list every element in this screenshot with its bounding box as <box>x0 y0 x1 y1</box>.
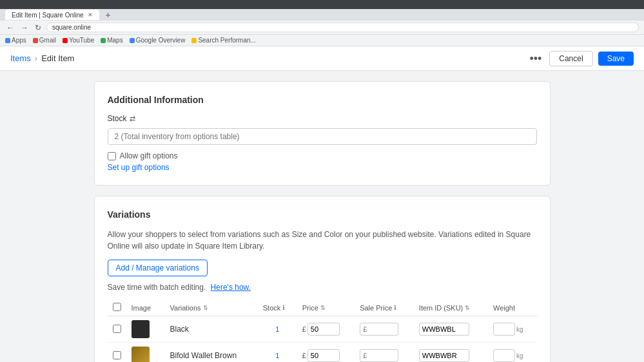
weight-input-1[interactable] <box>493 349 515 362</box>
browser-tab[interactable]: Edit Item | Square Online ✕ <box>5 10 99 20</box>
gift-options-row: Allow gift options <box>108 151 537 160</box>
app-header: Items › Edit Item ••• Cancel Save <box>0 46 644 71</box>
row-variation-cell-1: Bifold Wallet Brown <box>165 343 258 363</box>
tab-title: Edit Item | Square Online <box>12 12 84 19</box>
stock-info-icon: ℹ <box>282 304 285 311</box>
page-title: Edit Item <box>41 53 74 63</box>
tab-close-icon[interactable]: ✕ <box>88 12 93 18</box>
items-breadcrumb-link[interactable]: Items <box>10 53 31 63</box>
price-sort-icon[interactable]: ⇅ <box>320 305 326 311</box>
row-sku-cell-1 <box>414 343 488 363</box>
row-price-cell-1: £ <box>297 343 355 363</box>
additional-info-section: Additional Information Stock ⇄ Allow gif… <box>94 81 551 186</box>
price-currency-0: £ <box>302 325 306 333</box>
header-actions: ••• Cancel Save <box>527 51 634 66</box>
variations-title: Variations <box>108 209 537 220</box>
row-image-cell-1 <box>126 343 165 363</box>
sku-input-1[interactable] <box>419 349 469 362</box>
bookmark-gmail-label: Gmail <box>39 37 56 44</box>
sale-price-info-icon: ℹ <box>394 304 396 311</box>
col-weight: Weight <box>488 300 537 316</box>
variations-section: Variations Allow your shoppers to select… <box>94 196 551 362</box>
refresh-button[interactable]: ↻ <box>34 23 43 32</box>
price-input-0[interactable] <box>307 323 340 336</box>
row-sale-price-cell-1 <box>355 343 414 363</box>
gift-options-checkbox[interactable] <box>108 152 116 160</box>
stock-label: Stock ⇄ <box>108 114 537 123</box>
variations-description: Allow your shoppers to select from varia… <box>108 229 537 252</box>
variation-name-0: Black <box>170 325 189 334</box>
row-checkbox-cell-1 <box>108 343 126 363</box>
gift-options-label: Allow gift options <box>120 151 178 160</box>
col-sale-price: Sale Price ℹ <box>355 300 414 316</box>
col-checkbox <box>108 300 126 316</box>
bookmark-maps-label: Maps <box>107 37 122 44</box>
row-checkbox-cell-0 <box>108 316 126 343</box>
bookmark-maps[interactable]: Maps <box>101 37 122 44</box>
table-row: Black 1 £ kg <box>108 316 537 343</box>
row-weight-cell-1: kg <box>488 343 537 363</box>
col-image: Image <box>126 300 165 316</box>
stock-link-1[interactable]: 1 <box>275 352 279 359</box>
sale-price-input-0[interactable] <box>360 323 398 336</box>
weight-unit-1: kg <box>516 352 523 359</box>
col-sku: Item ID (SKU) ⇅ <box>414 300 488 316</box>
bookmark-google-overview[interactable]: Google Overview <box>130 37 186 44</box>
row-checkbox-1[interactable] <box>113 351 121 359</box>
stock-link-0[interactable]: 1 <box>275 325 279 333</box>
row-variation-cell-0: Black <box>165 316 258 343</box>
row-sku-cell-0 <box>414 316 488 343</box>
browser-tabs: Edit Item | Square Online ✕ + <box>0 9 644 21</box>
batch-hint-link[interactable]: Here's how. <box>211 283 251 292</box>
breadcrumb-separator: › <box>35 53 37 63</box>
bookmark-search-perf-label: Search Performan... <box>198 37 255 44</box>
variation-thumb-0 <box>132 320 150 338</box>
variations-sort-icon[interactable]: ⇅ <box>203 305 208 311</box>
url-text: square.online <box>52 24 91 31</box>
row-stock-cell-1: 1 <box>258 343 297 363</box>
price-currency-1: £ <box>302 352 306 359</box>
variation-name-1: Bifold Wallet Brown <box>170 351 237 360</box>
row-stock-cell-0: 1 <box>258 316 297 343</box>
bookmark-apps[interactable]: Apps <box>5 37 26 44</box>
back-button[interactable]: ← <box>5 23 15 32</box>
col-price: Price ⇅ <box>297 300 355 316</box>
variations-table: Image Variations ⇅ Stock ℹ <box>108 300 537 362</box>
bookmark-search-perf[interactable]: Search Performan... <box>191 37 255 44</box>
forward-button[interactable]: → <box>19 23 30 32</box>
bookmark-google-overview-label: Google Overview <box>136 37 186 44</box>
new-tab-button[interactable]: + <box>102 8 115 21</box>
weight-input-0[interactable] <box>493 323 515 336</box>
row-sale-price-cell-0 <box>355 316 414 343</box>
variation-thumb-1 <box>132 347 150 362</box>
stock-sync-icon: ⇄ <box>130 115 135 123</box>
weight-unit-0: kg <box>516 326 523 333</box>
main-content: Additional Information Stock ⇄ Allow gif… <box>84 71 561 362</box>
manage-variations-button[interactable]: Add / Manage variations <box>108 260 208 276</box>
price-input-1[interactable] <box>307 349 340 362</box>
browser-chrome <box>0 0 644 9</box>
browser-toolbar: ← → ↻ square.online <box>0 21 644 35</box>
bookmarks-bar: Apps Gmail YouTube Maps Google Overview … <box>0 35 644 46</box>
batch-hint: Save time with batch editing. Here's how… <box>108 283 537 292</box>
stock-input[interactable] <box>108 128 537 145</box>
bookmark-youtube[interactable]: YouTube <box>63 37 94 44</box>
setup-gift-options-link[interactable]: Set up gift options <box>108 163 537 172</box>
more-options-button[interactable]: ••• <box>527 52 544 66</box>
sku-sort-icon[interactable]: ⇅ <box>465 305 470 311</box>
col-variations: Variations ⇅ <box>165 300 258 316</box>
url-bar[interactable]: square.online <box>46 23 639 32</box>
bookmark-youtube-label: YouTube <box>69 37 94 44</box>
save-button[interactable]: Save <box>598 52 634 66</box>
row-checkbox-0[interactable] <box>113 325 121 333</box>
select-all-checkbox[interactable] <box>113 303 121 311</box>
sku-input-0[interactable] <box>419 323 469 336</box>
cancel-button[interactable]: Cancel <box>549 51 592 66</box>
row-image-cell-0 <box>126 316 165 343</box>
row-weight-cell-0: kg <box>488 316 537 343</box>
table-row: Bifold Wallet Brown 1 £ kg <box>108 343 537 363</box>
variations-table-header: Image Variations ⇅ Stock ℹ <box>108 300 537 316</box>
sale-price-input-1[interactable] <box>360 349 398 362</box>
bookmark-apps-label: Apps <box>12 37 26 44</box>
bookmark-gmail[interactable]: Gmail <box>33 37 56 44</box>
